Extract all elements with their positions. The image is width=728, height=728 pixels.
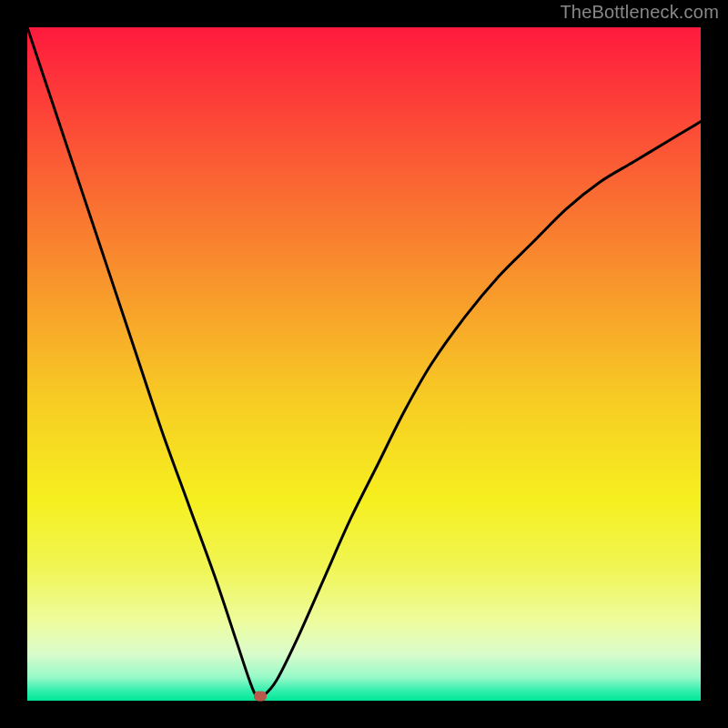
optimal-point-marker <box>254 692 267 702</box>
chart-container: TheBottleneck.com <box>0 0 728 728</box>
watermark-text: TheBottleneck.com <box>560 2 719 23</box>
bottleneck-curve <box>27 27 701 701</box>
plot-area <box>27 27 701 701</box>
